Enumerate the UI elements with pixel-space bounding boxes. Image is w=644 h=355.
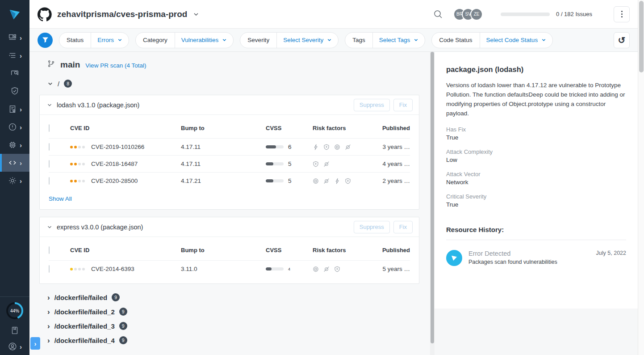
- root-path-label: /: [58, 80, 59, 88]
- sidebar-bottom: 44% ›: [0, 296, 29, 355]
- sidebar-item-incidents[interactable]: ›: [0, 118, 29, 136]
- cve-id: CVE-2020-28500: [91, 178, 138, 184]
- show-all-link[interactable]: Show All: [49, 195, 72, 202]
- issue-count-badge: 8: [64, 80, 72, 88]
- cve-table-header: CVE ID Bump to CVSS Risk factors Publish…: [49, 118, 410, 138]
- details-field: Has Fix True: [446, 126, 626, 141]
- sidebar-expand-button[interactable]: ›: [30, 337, 40, 350]
- gear-icon: [8, 176, 17, 186]
- history-events: Error Detected Packages scan found vulne…: [446, 250, 626, 266]
- chevron-down-icon: [47, 81, 53, 87]
- filter-value: Vulnerabilities: [181, 37, 219, 43]
- chevron-right-icon: ›: [34, 340, 37, 347]
- fix-button[interactable]: Fix: [393, 221, 413, 233]
- suppress-button[interactable]: Suppress: [354, 221, 390, 233]
- risk-factor-icons: [313, 178, 371, 184]
- sidebar-item-settings[interactable]: ›: [0, 172, 29, 190]
- filter-value-dropdown[interactable]: Select Code Status: [480, 33, 553, 48]
- issue-count-badge: 9: [119, 336, 127, 344]
- cve-table-row[interactable]: CVE-2018-16487 4.17.11 5 4 years …: [49, 155, 410, 172]
- filter-pill: Severity Select Severity: [240, 32, 339, 48]
- col-header-risk-factors: Risk factors: [313, 247, 371, 254]
- issues-progress-label: 0 / 182 Issues: [556, 11, 592, 17]
- package-card-header[interactable]: express v3.0.0 (package.json) Suppress F…: [40, 217, 419, 237]
- row-checkbox[interactable]: [49, 143, 50, 151]
- shield-plus-icon: [323, 144, 330, 150]
- kebab-icon: [621, 11, 623, 17]
- folder-row[interactable]: › /dockerfile/failed_4 9: [39, 333, 419, 347]
- cve-rows: CVE-2014-6393 3.11.0 4 5 years …: [49, 260, 410, 277]
- filter-pill: Code Status Select Code Status: [431, 32, 553, 48]
- field-label: Attack Vector: [446, 171, 626, 178]
- folder-path: /dockerfile/failed_3: [54, 322, 115, 330]
- field-label: Has Fix: [446, 126, 626, 133]
- cvss-bar: [266, 267, 284, 270]
- folder-row[interactable]: › /dockerfile/failed_2 9: [39, 304, 419, 319]
- select-all-checkbox[interactable]: [49, 246, 50, 254]
- account-icon: [8, 342, 17, 351]
- cvss-bar: [266, 162, 284, 165]
- shield-plus-icon: [334, 266, 340, 272]
- window-scrollbar-thumb[interactable]: [639, 1, 644, 72]
- sidebar-item-integrations[interactable]: ›: [0, 136, 29, 154]
- window-scrollbar[interactable]: [638, 0, 644, 355]
- select-all-checkbox[interactable]: [49, 124, 50, 132]
- cve-table-row[interactable]: CVE-2020-28500 4.17.21 5 2 years …: [49, 172, 410, 189]
- package-card-header[interactable]: lodash v3.1.0 (package.json) Suppress Fi…: [40, 95, 419, 115]
- filter-value-dropdown[interactable]: Select Severity: [277, 33, 338, 48]
- sidebar-item-dashboard[interactable]: ›: [0, 29, 29, 46]
- chevron-down-icon: [47, 224, 52, 230]
- repo-selector[interactable]: zehavitprisma/cves-prisma-prod: [38, 7, 199, 21]
- published-age: 5 years …: [371, 266, 410, 272]
- cve-table-row[interactable]: CVE-2019-1010266 4.17.11 6 3 years …: [49, 138, 410, 155]
- brand-logo[interactable]: [0, 0, 29, 29]
- row-checkbox[interactable]: [49, 265, 50, 273]
- sidebar-item-policies[interactable]: ›: [0, 100, 29, 118]
- filter-value-dropdown[interactable]: Vulnerabilities: [175, 33, 234, 48]
- issues-progress: 0 / 182 Issues: [501, 11, 592, 17]
- reset-filters-button[interactable]: ↺: [614, 32, 630, 48]
- search-icon[interactable]: [433, 9, 443, 20]
- severity-dots: [70, 163, 85, 165]
- cve-table-row[interactable]: CVE-2014-6393 3.11.0 4 5 years …: [49, 260, 410, 277]
- folder-row[interactable]: › /dockerfile/failed_3 9: [39, 319, 419, 333]
- field-label: Critical Severity: [446, 193, 626, 200]
- fix-button[interactable]: Fix: [393, 99, 413, 111]
- root-folder-row[interactable]: / 8: [39, 80, 419, 88]
- sidebar-item-supply-chain[interactable]: ›: [0, 46, 29, 64]
- row-checkbox[interactable]: [49, 160, 50, 168]
- more-options-button[interactable]: [614, 6, 630, 22]
- folder-row[interactable]: › /dockerfile/failed 9: [39, 290, 419, 304]
- filter-toggle-button[interactable]: [38, 33, 53, 48]
- main-scrollbar[interactable]: [430, 52, 435, 355]
- folder-path: /dockerfile/failed_4: [54, 337, 115, 344]
- suppress-button[interactable]: Suppress: [354, 99, 390, 111]
- details-field: Attack Complexity Low: [446, 148, 626, 163]
- cve-table: CVE ID Bump to CVSS Risk factors Publish…: [40, 115, 419, 189]
- filter-value-dropdown[interactable]: Errors: [91, 33, 129, 48]
- spiral-icon: [334, 144, 340, 150]
- sidebar-item-code-security[interactable]: ›: [0, 154, 29, 172]
- sidebar-item-compliance[interactable]: [0, 82, 29, 100]
- scan-progress-ring[interactable]: 44%: [6, 302, 23, 319]
- incidents-alert-icon: [8, 122, 17, 132]
- chevron-right-icon: ›: [20, 142, 22, 148]
- col-header-published: Published: [371, 247, 410, 254]
- cve-id: CVE-2018-16487: [91, 161, 138, 167]
- view-pr-scan-link[interactable]: View PR scan (4 Total): [85, 62, 146, 69]
- sidebar-item-bookmarks[interactable]: [10, 325, 20, 335]
- chevron-down-icon: [193, 12, 199, 17]
- filter-label: Severity: [240, 33, 277, 48]
- sidebar-item-resource-explorer[interactable]: [0, 64, 29, 82]
- policy-doc-icon: [8, 104, 17, 114]
- row-checkbox[interactable]: [49, 177, 50, 185]
- sidebar-item-account[interactable]: ›: [8, 342, 22, 351]
- severity-dots: [70, 268, 85, 270]
- shield-plus-icon: [313, 161, 319, 167]
- history-event: Error Detected Packages scan found vulne…: [446, 250, 626, 266]
- reset-icon: ↺: [618, 35, 626, 46]
- filter-value-dropdown[interactable]: Select Tags: [373, 33, 425, 48]
- main-scrollbar-thumb[interactable]: [431, 52, 434, 343]
- avatar[interactable]: ZE: [470, 8, 483, 21]
- filter-label: Status: [59, 33, 91, 48]
